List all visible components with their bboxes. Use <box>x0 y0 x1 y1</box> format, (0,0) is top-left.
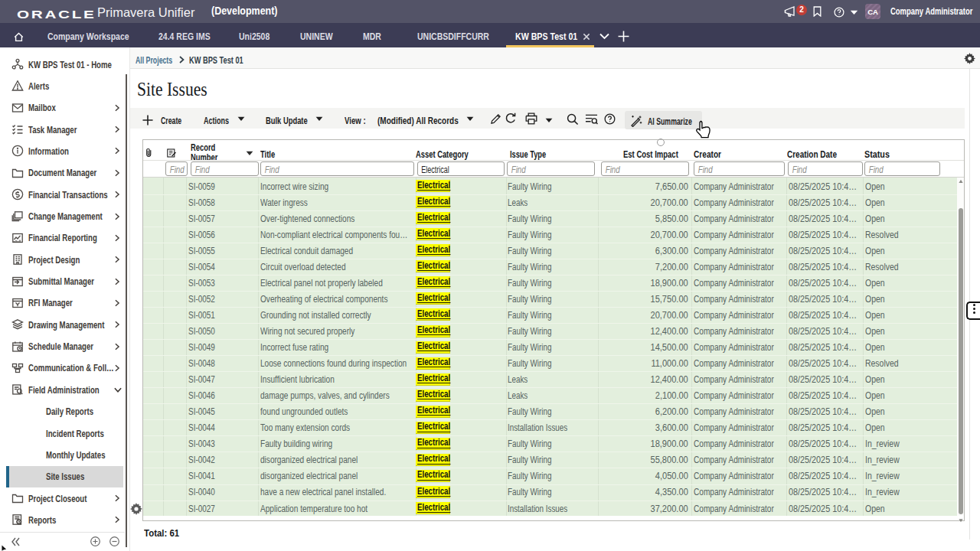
svg-text:CA: CA <box>867 8 878 16</box>
